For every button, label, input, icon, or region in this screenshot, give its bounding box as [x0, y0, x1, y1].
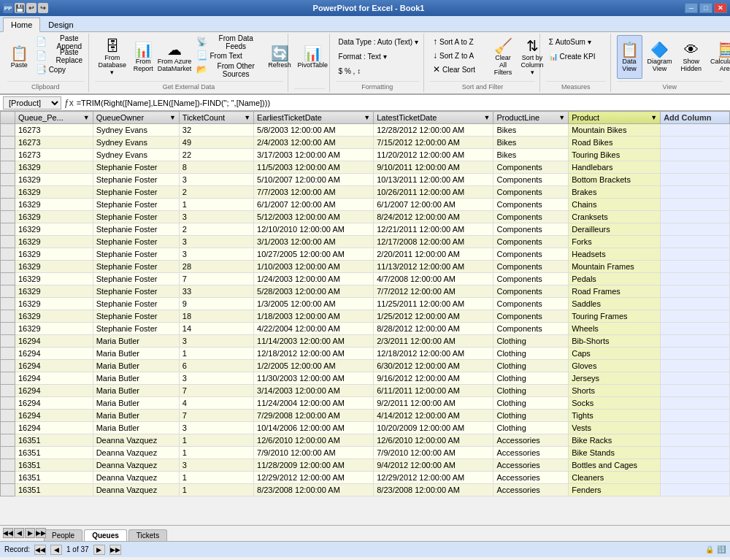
cell[interactable]: Stephanie Foster — [93, 298, 179, 310]
cell[interactable]: Maria Butler — [93, 385, 179, 397]
cell[interactable]: Stephanie Foster — [93, 236, 179, 248]
cell[interactable]: Clothing — [493, 422, 569, 434]
cell[interactable]: 1/2/2005 12:00:00 AM — [254, 360, 374, 372]
cell[interactable]: 9/2/2011 12:00:00 AM — [374, 397, 493, 410]
cell[interactable]: 4/14/2012 12:00:00 AM — [374, 410, 493, 422]
cell[interactable]: 12/6/2010 12:00:00 AM — [254, 434, 374, 447]
cell[interactable]: Fenders — [569, 484, 661, 496]
cell[interactable]: 9/10/2011 12:00:00 AM — [374, 161, 493, 174]
cell[interactable]: 16294 — [15, 410, 93, 422]
cell[interactable]: 16273 — [15, 124, 93, 137]
cell[interactable]: Deanna Vazquez — [93, 434, 179, 447]
cell[interactable]: Accessories — [493, 447, 569, 459]
cell[interactable]: Bottles and Cages — [569, 459, 661, 472]
cell[interactable]: 1 — [179, 434, 253, 447]
cell[interactable]: Road Bikes — [569, 137, 661, 149]
cell[interactable]: 1 — [179, 447, 253, 459]
cell[interactable]: Stephanie Foster — [93, 223, 179, 236]
cell[interactable]: 16294 — [15, 335, 93, 348]
cell[interactable]: 11/5/2003 12:00:00 AM — [254, 161, 374, 174]
cell[interactable]: Pedals — [569, 273, 661, 285]
cell[interactable]: Deanna Vazquez — [93, 472, 179, 484]
cell[interactable]: 9 — [179, 298, 253, 310]
cell[interactable]: 7/7/2003 12:00:00 AM — [254, 186, 374, 199]
cell[interactable]: Components — [493, 211, 569, 223]
cell[interactable]: Bike Racks — [569, 434, 661, 447]
cell[interactable]: Forks — [569, 236, 661, 248]
cell[interactable]: Wheels — [569, 323, 661, 335]
cell[interactable]: Components — [493, 323, 569, 335]
format-button[interactable]: Format : Text ▾ — [336, 50, 438, 63]
cell[interactable]: 16351 — [15, 447, 93, 459]
pivot-table-button[interactable]: 📊 PivotTable — [294, 35, 332, 79]
cell[interactable]: 1 — [179, 472, 253, 484]
from-data-feeds-button[interactable]: 📡 From Data Feeds — [193, 35, 264, 48]
record-nav-last[interactable]: ▶▶ — [110, 545, 121, 555]
cell[interactable]: Accessories — [493, 472, 569, 484]
cell[interactable]: 12/29/2012 12:00:00 AM — [254, 472, 374, 484]
cell[interactable]: Components — [493, 236, 569, 248]
cell[interactable]: Maria Butler — [93, 360, 179, 372]
cell[interactable]: Jerseys — [569, 372, 661, 385]
cell[interactable]: Socks — [569, 397, 661, 410]
cell[interactable]: Bottom Brackets — [569, 174, 661, 186]
currency-button[interactable]: $ % , ↕ — [336, 64, 394, 77]
cell[interactable]: Maria Butler — [93, 372, 179, 385]
cell[interactable]: Stephanie Foster — [93, 261, 179, 273]
cell[interactable]: 11/28/2009 12:00:00 AM — [254, 459, 374, 472]
cell[interactable]: 5/12/2003 12:00:00 AM — [254, 211, 374, 223]
cell[interactable]: 3 — [179, 248, 253, 261]
cell[interactable]: 1/3/2005 12:00:00 AM — [254, 298, 374, 310]
cell[interactable]: 16294 — [15, 360, 93, 372]
cell[interactable]: Stephanie Foster — [93, 174, 179, 186]
cell[interactable]: 3 — [179, 174, 253, 186]
product-header[interactable]: Product ▼ — [569, 112, 661, 124]
record-nav-prev[interactable]: ◀ — [50, 545, 62, 555]
cell[interactable]: 11/30/2003 12:00:00 AM — [254, 372, 374, 385]
cell[interactable]: 16294 — [15, 422, 93, 434]
cell[interactable]: 1 — [179, 484, 253, 496]
cell[interactable]: 8/24/2012 12:00:00 AM — [374, 211, 493, 223]
cell[interactable]: 1/10/2003 12:00:00 AM — [254, 261, 374, 273]
data-type-button[interactable]: Data Type : Auto (Text) ▾ — [336, 35, 438, 48]
cell[interactable]: 1/25/2012 12:00:00 AM — [374, 310, 493, 323]
cell[interactable]: 7/29/2008 12:00:00 AM — [254, 410, 374, 422]
earliest-ticket-dropdown[interactable]: ▼ — [364, 114, 370, 121]
cell[interactable]: Sydney Evans — [93, 149, 179, 161]
cell[interactable]: Deanna Vazquez — [93, 459, 179, 472]
cell[interactable]: 7 — [179, 410, 253, 422]
cell[interactable]: 16329 — [15, 261, 93, 273]
cell[interactable]: Bikes — [493, 149, 569, 161]
cell[interactable]: Components — [493, 273, 569, 285]
cell[interactable]: Stephanie Foster — [93, 248, 179, 261]
cell[interactable]: Touring Frames — [569, 310, 661, 323]
from-text-button[interactable]: 📃 From Text — [193, 49, 264, 62]
cell[interactable]: Bikes — [493, 137, 569, 149]
cell[interactable]: Saddles — [569, 298, 661, 310]
cell[interactable]: Stephanie Foster — [93, 161, 179, 174]
cell[interactable]: Components — [493, 248, 569, 261]
cell[interactable]: Chains — [569, 199, 661, 211]
cell[interactable]: 2/4/2003 12:00:00 AM — [254, 137, 374, 149]
cell[interactable]: Cranksets — [569, 211, 661, 223]
clear-sort-button[interactable]: ✕ Clear Sort — [430, 63, 488, 76]
cell[interactable]: 2/20/2011 12:00:00 AM — [374, 248, 493, 261]
cell[interactable]: 16351 — [15, 472, 93, 484]
cell[interactable]: Accessories — [493, 484, 569, 496]
cell[interactable]: 7 — [179, 385, 253, 397]
quick-access-save[interactable]: 💾 — [15, 3, 25, 13]
cell[interactable]: 16329 — [15, 285, 93, 298]
cell[interactable]: Maria Butler — [93, 422, 179, 434]
cell[interactable]: Deanna Vazquez — [93, 447, 179, 459]
cell[interactable]: 28 — [179, 261, 253, 273]
cell[interactable]: Tights — [569, 410, 661, 422]
product-dropdown[interactable]: ▼ — [650, 114, 657, 121]
cell[interactable]: 18 — [179, 310, 253, 323]
cell[interactable]: Headsets — [569, 248, 661, 261]
cell[interactable]: 14 — [179, 323, 253, 335]
cell[interactable]: 10/27/2005 12:00:00 AM — [254, 248, 374, 261]
diagram-view-button[interactable]: 🔷 DiagramView — [644, 35, 676, 79]
maximize-button[interactable]: □ — [699, 3, 712, 13]
cell[interactable]: Stephanie Foster — [93, 273, 179, 285]
cell[interactable]: 3 — [179, 459, 253, 472]
